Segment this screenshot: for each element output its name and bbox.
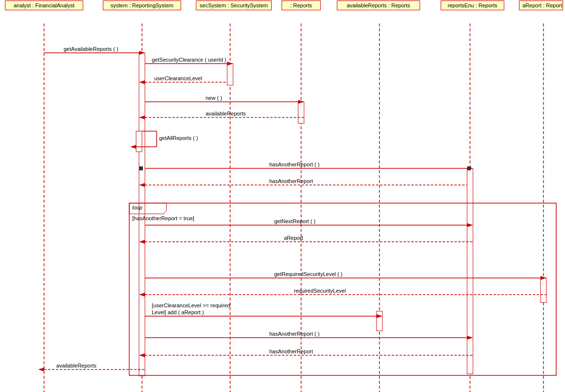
lifeline-reports: : Reports xyxy=(282,0,321,10)
svg-marker-15 xyxy=(139,51,145,55)
svg-marker-32 xyxy=(130,145,136,149)
svg-text:availableReports: availableReports xyxy=(56,363,96,369)
lifeline-analyst: analyst : FinancialAnalyst xyxy=(5,0,83,10)
svg-text:getRequiredSecurityLevel ( ): getRequiredSecurityLevel ( ) xyxy=(274,271,342,277)
svg-marker-69 xyxy=(38,368,44,371)
svg-marker-50 xyxy=(139,240,145,244)
svg-text:loop: loop xyxy=(132,205,142,210)
svg-marker-21 xyxy=(139,80,145,84)
svg-text:availableReports: availableReports xyxy=(206,111,246,116)
lifeline-available-reports: availableReports : Reports xyxy=(337,0,420,10)
svg-marker-53 xyxy=(541,276,546,280)
sequence-diagram: getAvailableReports ( ) getSecurityClear… xyxy=(0,0,565,392)
svg-text:requiredSecurityLevel: requiredSecurityLevel xyxy=(294,288,346,294)
svg-text:userClearanceLevel: userClearanceLevel xyxy=(154,75,202,81)
lifeline-secsystem: secSystem : SecuritySystem xyxy=(196,0,272,10)
svg-text:hasAnotherReport: hasAnotherReport xyxy=(269,178,313,184)
svg-marker-56 xyxy=(139,293,145,297)
svg-marker-59 xyxy=(377,314,382,318)
svg-marker-44 xyxy=(139,183,145,187)
svg-text:getNextReport ( ): getNextReport ( ) xyxy=(274,218,315,224)
svg-marker-47 xyxy=(467,223,473,227)
svg-text:hasAnotherReport: hasAnotherReport xyxy=(269,348,313,354)
svg-rect-34 xyxy=(129,203,556,375)
svg-marker-35 xyxy=(129,203,166,214)
svg-marker-63 xyxy=(467,336,473,340)
svg-rect-13 xyxy=(136,131,142,152)
svg-marker-39 xyxy=(467,166,473,170)
svg-rect-7 xyxy=(139,53,145,376)
svg-rect-12 xyxy=(377,311,382,331)
lifeline-areport: aReport : Report xyxy=(519,0,563,10)
svg-marker-24 xyxy=(298,100,304,104)
svg-text:[userClearanceLevel >= require: [userClearanceLevel >= required xyxy=(152,302,230,308)
diagram-svg: getAvailableReports ( ) getSecurityClear… xyxy=(0,0,565,392)
svg-rect-9 xyxy=(298,102,304,123)
svg-marker-27 xyxy=(139,115,145,119)
svg-text:Level] add ( aReport ): Level] add ( aReport ) xyxy=(152,309,204,315)
svg-text:getAllReports ( ): getAllReports ( ) xyxy=(159,135,198,141)
svg-rect-8 xyxy=(227,64,233,85)
svg-text:new ( ): new ( ) xyxy=(206,95,222,101)
lifeline-system: system : ReportingSystem xyxy=(103,0,181,10)
svg-text:aReport: aReport xyxy=(284,235,303,241)
svg-text:[hasAnotherReport = true]: [hasAnotherReport = true] xyxy=(132,215,194,221)
svg-text:getSecurityClearance ( userId : getSecurityClearance ( userId ) xyxy=(152,57,226,63)
svg-text:getAvailableReports ( ): getAvailableReports ( ) xyxy=(64,46,118,52)
svg-rect-11 xyxy=(541,278,546,302)
svg-text:hasAnotherReport ( ): hasAnotherReport ( ) xyxy=(269,161,320,167)
svg-rect-41 xyxy=(467,166,471,170)
lifeline-reports-enu: reportsEnu : Reports xyxy=(441,0,504,10)
svg-marker-18 xyxy=(227,62,233,66)
svg-rect-10 xyxy=(467,168,473,374)
svg-rect-40 xyxy=(139,166,143,170)
svg-text:hasAnotherReport ( ): hasAnotherReport ( ) xyxy=(269,331,320,337)
svg-marker-66 xyxy=(139,353,145,357)
